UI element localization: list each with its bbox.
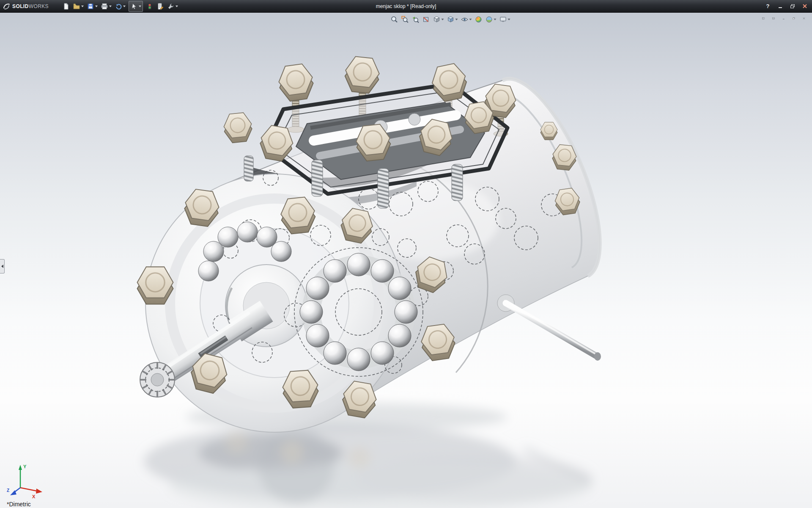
view-settings-icon [499,16,507,23]
undo-dropdown-caret[interactable] [123,6,126,7]
pane-bottom-button[interactable] [770,15,777,22]
window-controls: ? [762,0,810,12]
pane-bottom-icon [772,16,775,21]
print-button[interactable] [100,1,112,11]
view-orientation-label: *Dimetric [7,501,31,508]
hide-show-items-icon [461,16,469,23]
view-settings-button[interactable] [499,14,511,25]
menu-bar-toolbar [61,1,179,12]
edit-appearance-icon [475,16,483,23]
save-dropdown-caret[interactable] [95,6,98,7]
zoom-to-area-icon [401,16,409,23]
rebuild-button[interactable] [145,1,154,11]
print-icon [101,3,108,10]
heads-up-view-toolbar [390,14,511,25]
pane-left-button[interactable] [760,15,767,22]
undo-icon [115,3,122,10]
solidworks-logo-icon [3,3,10,10]
spring [378,168,389,208]
document-window-controls [760,15,808,22]
app-logo: SOLIDWORKS [0,3,52,10]
zoom-to-fit-button[interactable] [390,14,399,25]
new-document-icon [62,3,70,10]
zoom-to-fit-icon [391,16,398,23]
hide-show-items-button[interactable] [460,14,473,25]
hide-show-items-caret[interactable] [469,19,472,20]
x-axis-arrow [36,489,42,494]
maximize-button[interactable] [787,2,798,11]
close-button[interactable] [799,2,810,11]
rebuild-icon [146,3,154,10]
output-shaft [497,295,601,361]
minimize-button[interactable] [774,2,786,11]
display-style-caret[interactable] [455,19,458,20]
select-tool-group[interactable] [129,1,143,12]
document-restore-button[interactable] [790,15,798,22]
app-brand: SOLIDWORKS [12,3,49,9]
select-cursor-icon [130,3,138,10]
x-axis-label: X [32,494,36,499]
feature-manager-collapse-tab[interactable] [0,259,5,273]
print-dropdown-caret[interactable] [109,6,112,7]
options-wrench-icon [167,3,175,10]
spring [244,156,253,181]
section-view-icon [422,16,430,23]
view-orientation-icon [433,16,441,23]
document-minimize-button[interactable] [780,15,787,22]
minimize-icon [778,4,783,8]
section-view-button[interactable] [422,14,431,25]
apply-scene-icon [486,16,493,23]
select-dropdown-caret[interactable] [139,6,141,7]
save-button[interactable] [86,1,99,11]
spring [452,164,463,201]
zoom-to-area-button[interactable] [401,14,410,25]
y-axis-arrow [19,465,22,470]
previous-view-icon [412,16,420,23]
open-button[interactable] [72,1,85,11]
document-minimize-icon [782,16,785,21]
view-orientation-caret[interactable] [442,19,444,20]
new-document-button[interactable] [61,1,71,11]
view-orientation-button[interactable] [432,14,445,25]
floor-reflection [144,403,592,508]
close-icon [802,4,807,8]
reference-triad: Y X Z [6,461,47,500]
undo-button[interactable] [114,1,126,11]
options-dropdown-caret[interactable] [176,6,178,7]
display-style-button[interactable] [446,14,459,25]
pane-left-icon [762,16,765,21]
restore-icon [790,4,795,8]
spring [312,160,323,196]
window-title: menjac sklop * [Read-only] [376,3,436,9]
edit-appearance-button[interactable] [474,14,483,25]
help-button[interactable]: ? [762,2,774,11]
document-restore-icon [793,16,795,21]
apply-scene-button[interactable] [485,14,497,25]
options-button[interactable] [166,1,179,11]
view-settings-caret[interactable] [508,19,510,20]
document-close-icon [803,16,805,21]
open-dropdown-caret[interactable] [81,6,84,7]
model-3d-gearbox-assembly [0,12,812,508]
y-axis-label: Y [23,464,27,469]
save-icon [87,3,94,10]
collapse-arrow-icon [1,265,3,268]
document-close-button[interactable] [800,15,808,22]
file-properties-button[interactable] [156,1,165,11]
apply-scene-caret[interactable] [494,19,497,20]
z-axis-label: Z [7,488,9,493]
file-properties-icon [156,3,164,10]
display-style-icon [447,16,455,23]
titlebar: SOLIDWORKS [0,0,812,13]
open-folder-icon [73,3,80,10]
graphics-viewport[interactable]: Y X Z *Dimetric [0,12,812,508]
previous-view-button[interactable] [411,14,420,25]
